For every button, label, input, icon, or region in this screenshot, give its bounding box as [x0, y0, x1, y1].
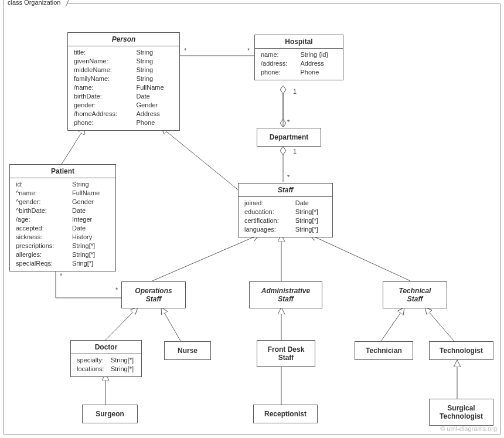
class-patient-attrs: id:String^name:FullName^gender:Gender^bi… [13, 180, 112, 268]
class-doctor-name: Doctor [71, 341, 141, 354]
frame-label: class Organization [4, 0, 66, 8]
class-person-attrs: title:StringgivenName:StringmiddleName:S… [71, 48, 176, 127]
class-hospital-name: Hospital [255, 35, 343, 49]
class-staff-attrs: joined:Dateeducation:String[*]certificat… [242, 199, 329, 234]
class-person: Person title:StringgivenName:Stringmiddl… [67, 32, 180, 131]
watermark: © uml-diagrams.org [440, 425, 497, 432]
class-adminstaff: AdministrativeStaff [249, 281, 322, 308]
class-doctor-attrs: specialty:String[*]locations:String[*] [74, 356, 138, 374]
class-surgeon: Surgeon [82, 405, 138, 423]
class-opsstaff: OperationsStaff [121, 281, 186, 308]
class-patient: Patient id:String^name:FullName^gender:G… [9, 164, 116, 271]
class-frontdesk: Front DeskStaff [257, 340, 315, 367]
class-person-name: Person [68, 33, 179, 46]
class-staff-name: Staff [239, 184, 332, 197]
class-hospital: Hospital name:String {id}/address:Addres… [254, 35, 343, 80]
class-nurse: Nurse [164, 341, 211, 360]
class-patient-name: Patient [10, 165, 115, 178]
class-receptionist: Receptionist [253, 405, 318, 423]
class-department: Department [257, 128, 321, 147]
class-technician: Technician [355, 341, 413, 360]
class-technologist: Technologist [429, 341, 493, 360]
class-surgtech: SurgicalTechnologist [429, 399, 493, 426]
class-staff: Staff joined:Dateeducation:String[*]cert… [238, 183, 333, 237]
class-doctor: Doctor specialty:String[*]locations:Stri… [70, 340, 142, 377]
class-hospital-attrs: name:String {id}/address:Addressphone:Ph… [258, 50, 339, 77]
class-techstaff: TechnicalStaff [383, 281, 447, 308]
